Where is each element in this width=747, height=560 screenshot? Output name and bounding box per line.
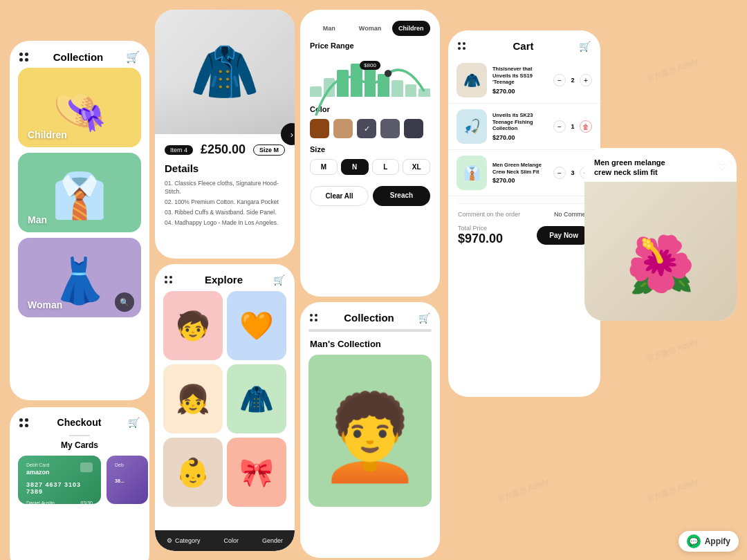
detail-content: Item 4 £250.00 Size M Details 01. Classi…	[155, 134, 295, 237]
swatch-gray[interactable]	[380, 119, 400, 138]
detail-item-4: 04. Madhappy Logo - Made In Los Angeles.	[165, 219, 285, 227]
explore-item-4[interactable]: 🧥	[227, 364, 286, 433]
card-number: 3827 4637 3103 7389	[26, 481, 93, 495]
explore-item-6[interactable]: 🎀	[227, 438, 286, 507]
comment-row: Comment on the order No Comment	[458, 203, 591, 218]
search-button[interactable]: Sreach	[373, 186, 430, 206]
collection2-screen: Collection 🛒 Man's Collection 🧑‍🦱	[300, 302, 440, 558]
color-swatches	[310, 119, 430, 138]
qty-decrease-3[interactable]: −	[553, 167, 566, 179]
qty-decrease-1[interactable]: −	[553, 74, 566, 86]
filter-category-btn[interactable]: ⚙ Category	[167, 537, 201, 544]
collection2-divider	[308, 329, 432, 332]
menu-icon[interactable]	[19, 53, 30, 62]
price-chart: $800	[310, 55, 430, 97]
product-header: Men green melange crew neck slim fit ♡	[584, 148, 737, 182]
explore-item-2[interactable]: 🧡	[227, 291, 286, 360]
bar-1	[310, 86, 322, 97]
size-l[interactable]: L	[372, 159, 400, 175]
qty-delete-2[interactable]: 🗑	[580, 120, 592, 133]
cart-cart-icon[interactable]: 🛒	[579, 41, 591, 52]
category-children[interactable]: 👒 Children	[18, 68, 141, 147]
price-range-title: Price Range	[310, 41, 430, 50]
cart-footer: Comment on the order No Comment Total Pr…	[448, 196, 600, 253]
detail-item-3: 03. Ribbed Cuffs & Waistband. Side Panel…	[165, 209, 285, 217]
card-type-label: Debit Card	[26, 463, 50, 467]
collection2-cart-icon[interactable]: 🛒	[418, 312, 430, 324]
filter-screen: Man Woman Children Price Range $800	[300, 10, 440, 297]
cart-item-3-price: $270.00	[492, 177, 548, 184]
cart-item-1-name: Thisisnever that Unveils its SS19 'Teena…	[492, 66, 548, 86]
total-row: Total Price $970.00 Pay Now	[458, 225, 591, 246]
item-price: £250.00	[197, 142, 249, 157]
product-detail-emoji: 🌺	[626, 232, 695, 297]
card-exp: 03/30	[80, 501, 93, 504]
collection2-person: 🧑‍🦱	[318, 389, 422, 487]
cart-item-1: 🧥 Thisisnever that Unveils its SS19 'Tee…	[448, 57, 600, 104]
man-emoji: 👔	[52, 170, 107, 222]
collection-header: Collection 🛒	[10, 41, 149, 68]
product-title: Men green melange crew neck slim fit	[594, 158, 684, 178]
product-image: 🧥	[155, 10, 295, 134]
qty-increase-1[interactable]: +	[580, 74, 592, 86]
explore-menu-icon[interactable]	[165, 276, 174, 283]
wechat-icon: 💬	[687, 534, 701, 548]
swatch-charcoal[interactable]	[357, 119, 376, 138]
filter-actions: Clear All Sreach	[300, 186, 440, 206]
woman-label: Woman	[28, 299, 62, 310]
detail-item-1: 01. Classics Fleece cloths, Signature Ho…	[165, 180, 285, 196]
clear-all-button[interactable]: Clear All	[310, 186, 369, 206]
cart-item-1-emoji: 🧥	[463, 72, 481, 88]
detail-screen: 🧥 Item 4 £250.00 Size M Details 01. Clas…	[155, 10, 295, 259]
checkout-menu-icon[interactable]	[19, 418, 30, 427]
explore-cart-icon[interactable]: 🛒	[273, 274, 285, 286]
size-n[interactable]: N	[341, 159, 369, 175]
cart-item-2-name: Unveils its SK23 Teenage Fishing Collect…	[492, 112, 548, 132]
category-search-btn[interactable]: 🔍	[115, 292, 134, 312]
collection2-title: Collection	[344, 312, 394, 324]
filter-gender-btn[interactable]: Gender	[262, 537, 283, 544]
cart-item-3-emoji: 👔	[463, 165, 481, 181]
detail-list: 01. Classics Fleece cloths, Signature Ho…	[165, 180, 285, 227]
total-label: Total Price	[458, 225, 503, 232]
filter-tab-children[interactable]: Children	[392, 21, 430, 36]
qty-2: 1	[569, 123, 576, 130]
price-thumb: $800	[360, 61, 380, 70]
collection-screen: Collection 🛒 👒 Children 👔 Man	[10, 41, 149, 400]
size-m[interactable]: M	[310, 159, 338, 175]
filter-tab-woman[interactable]: Woman	[351, 21, 389, 36]
filter-color-btn[interactable]: Color	[223, 537, 239, 544]
size-buttons: M N L XL	[310, 159, 430, 175]
collection2-menu[interactable]	[310, 314, 320, 321]
qty-decrease-2[interactable]: −	[553, 120, 566, 133]
filter-tab-man[interactable]: Man	[310, 21, 348, 36]
cart-item-1-qty: − 2 +	[553, 74, 592, 86]
man-label: Man	[28, 214, 47, 225]
cart-menu-icon[interactable]	[458, 42, 468, 50]
cart-item-2: 🎣 Unveils its SK23 Teenage Fishing Colle…	[448, 104, 600, 150]
explore-item-1[interactable]: 🧒	[163, 291, 223, 360]
swatch-tan[interactable]	[333, 119, 353, 138]
cart-screen: Cart 🛒 🧥 Thisisnever that Unveils its SS…	[448, 30, 600, 397]
color-filter-label: Color	[223, 537, 239, 544]
size-xl[interactable]: XL	[403, 159, 430, 175]
debit-card-2[interactable]: Deb 38...	[107, 456, 148, 504]
cart-item-2-img: 🎣	[456, 109, 487, 144]
debit-card-1[interactable]: Debit Card amazon 3827 4637 3103 7389 Da…	[18, 456, 101, 504]
checkout-cart-icon[interactable]: 🛒	[128, 417, 140, 428]
category-woman[interactable]: 👗 Woman 🔍	[18, 238, 141, 317]
wishlist-icon[interactable]: ♡	[718, 162, 727, 173]
swatch-brown[interactable]	[310, 119, 329, 138]
cart-item-3-name: Men Green Melange Crew Neck Slim Fit	[492, 162, 548, 176]
pay-now-button[interactable]: Pay Now	[537, 226, 591, 245]
item-meta: Item 4 £250.00 Size M	[165, 142, 285, 157]
swatch-dark[interactable]	[404, 119, 423, 138]
explore-item-5[interactable]: 👶	[163, 438, 223, 507]
color-title: Color	[310, 105, 430, 113]
cart-icon[interactable]: 🛒	[126, 50, 140, 64]
category-man[interactable]: 👔 Man	[18, 153, 141, 232]
collection-title: Collection	[53, 51, 104, 63]
explore-screen: Explore 🛒 🧒 🧡 👧 🧥 👶 🎀 ⚙ Category Color	[155, 264, 295, 551]
comment-label: Comment on the order	[458, 211, 520, 218]
explore-item-3[interactable]: 👧	[163, 364, 223, 433]
